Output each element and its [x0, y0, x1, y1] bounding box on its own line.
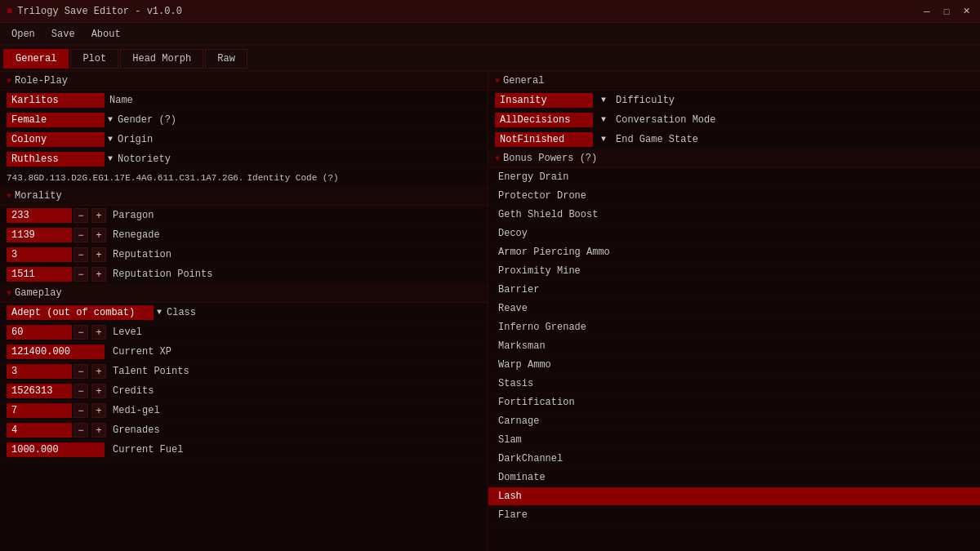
name-row: Karlitos Name [0, 91, 488, 110]
close-button[interactable]: ✕ [959, 4, 973, 19]
level-plus[interactable]: + [91, 325, 106, 340]
renegade-minus[interactable]: − [74, 228, 88, 242]
class-dropdown-icon[interactable]: ▼ [157, 308, 162, 317]
gameplay-label: Gameplay [15, 287, 62, 299]
reputation-plus[interactable]: + [91, 247, 106, 262]
menu-about[interactable]: About [83, 25, 129, 43]
medigel-value[interactable]: 7 [7, 403, 72, 418]
medigel-minus[interactable]: − [74, 403, 88, 418]
paragon-value[interactable]: 233 [7, 208, 72, 223]
credits-value[interactable]: 1526313 [7, 384, 72, 398]
bonus-warp-ammo[interactable]: Warp Ammo [488, 356, 980, 375]
minimize-button[interactable]: ─ [920, 4, 934, 19]
bonus-geth-shield[interactable]: Geth Shield Boost [488, 206, 980, 224]
endgame-value[interactable]: NotFinished [495, 132, 593, 147]
credits-minus[interactable]: − [74, 384, 88, 398]
grenades-value[interactable]: 4 [7, 423, 72, 438]
bonus-lash[interactable]: Lash [488, 487, 980, 506]
menu-save[interactable]: Save [43, 25, 83, 43]
gender-value[interactable]: Female [7, 113, 105, 127]
fuel-label: Current Fuel [113, 444, 183, 455]
conversation-value[interactable]: AllDecisions [495, 113, 593, 127]
notoriety-value[interactable]: Ruthless [7, 152, 105, 167]
renegade-value[interactable]: 1139 [7, 228, 72, 242]
rep-points-minus[interactable]: − [74, 267, 88, 282]
origin-dropdown-icon[interactable]: ▼ [108, 135, 113, 144]
name-value[interactable]: Karlitos [7, 93, 105, 108]
grenades-plus[interactable]: + [91, 423, 106, 438]
general-label: General [503, 75, 544, 87]
rep-points-value[interactable]: 1511 [7, 267, 72, 282]
tab-raw[interactable]: Raw [205, 49, 247, 69]
level-minus[interactable]: − [74, 325, 88, 340]
difficulty-value[interactable]: Insanity [495, 93, 593, 108]
bonus-carnage[interactable]: Carnage [488, 412, 980, 431]
rep-points-row: 1511 − + Reputation Points [0, 264, 488, 284]
conversation-dropdown-icon[interactable]: ▼ [601, 115, 606, 124]
reputation-minus[interactable]: − [74, 247, 88, 262]
medigel-plus[interactable]: + [91, 403, 106, 418]
tab-head-morph[interactable]: Head Morph [120, 49, 203, 69]
renegade-plus[interactable]: + [91, 228, 106, 242]
bonus-energy-drain[interactable]: Energy Drain [488, 168, 980, 187]
tab-general[interactable]: General [3, 49, 69, 69]
paragon-row: 233 − + Paragon [0, 206, 488, 225]
credits-plus[interactable]: + [91, 384, 106, 398]
xp-value[interactable]: 121400.000 [7, 344, 105, 359]
bonus-barrier[interactable]: Barrier [488, 281, 980, 300]
gender-dropdown-icon[interactable]: ▼ [108, 115, 113, 124]
bonus-protector-drone[interactable]: Protector Drone [488, 187, 980, 206]
identity-row: 743.8GD.113.D2G.EG1.17E.4AG.611.C31.1A7.… [0, 169, 488, 187]
bonus-darkchannel[interactable]: DarkChannel [488, 450, 980, 469]
notoriety-label: Notoriety [118, 153, 171, 165]
fuel-value[interactable]: 1000.000 [7, 442, 105, 457]
conversation-row: AllDecisions ▼ Conversation Mode [488, 110, 980, 130]
bonus-slam[interactable]: Slam [488, 431, 980, 450]
grenades-minus[interactable]: − [74, 423, 88, 438]
bonus-flare[interactable]: Flare [488, 506, 980, 525]
identity-label: Identity Code (?) [247, 173, 338, 183]
level-row: 60 − + Level [0, 322, 488, 342]
menu-open[interactable]: Open [3, 25, 43, 43]
bonus-fortification[interactable]: Fortification [488, 393, 980, 412]
tab-plot[interactable]: Plot [70, 49, 118, 69]
bonus-dominate[interactable]: Dominate [488, 469, 980, 487]
notoriety-dropdown-icon[interactable]: ▼ [108, 154, 113, 163]
endgame-row: NotFinished ▼ End Game State [488, 130, 980, 149]
class-row: Adept (out of combat) ▼ Class [0, 303, 488, 322]
bonus-marksman[interactable]: Marksman [488, 337, 980, 356]
renegade-label: Renegade [113, 229, 160, 241]
gameplay-section-header: ▼ Gameplay [0, 284, 488, 303]
maximize-button[interactable]: □ [939, 4, 954, 19]
bonus-proximity-mine[interactable]: Proximity Mine [488, 262, 980, 281]
talent-minus[interactable]: − [74, 364, 88, 379]
credits-row: 1526313 − + Credits [0, 381, 488, 401]
gender-label: Gender (?) [118, 114, 176, 126]
origin-value[interactable]: Colony [7, 132, 105, 147]
bonus-stasis[interactable]: Stasis [488, 375, 980, 393]
bonus-decoy[interactable]: Decoy [488, 224, 980, 243]
talent-value[interactable]: 3 [7, 364, 72, 379]
roleplay-arrow: ▼ [7, 77, 11, 86]
rep-points-plus[interactable]: + [91, 267, 106, 282]
talent-label: Talent Points [113, 366, 189, 377]
difficulty-dropdown-icon[interactable]: ▼ [601, 96, 606, 104]
conversation-label: Conversation Mode [616, 114, 715, 126]
bonus-inferno-grenade[interactable]: Inferno Grenade [488, 318, 980, 337]
morality-section-header: ▼ Morality [0, 187, 488, 206]
reputation-value[interactable]: 3 [7, 247, 72, 262]
class-value[interactable]: Adept (out of combat) [7, 305, 154, 320]
renegade-row: 1139 − + Renegade [0, 225, 488, 245]
class-label: Class [167, 307, 196, 318]
talent-plus[interactable]: + [91, 364, 106, 379]
level-value[interactable]: 60 [7, 325, 72, 340]
bonus-reave[interactable]: Reave [488, 300, 980, 318]
paragon-minus[interactable]: − [74, 208, 88, 223]
bonus-armor-piercing[interactable]: Armor Piercing Ammo [488, 243, 980, 262]
talent-row: 3 − + Talent Points [0, 362, 488, 381]
paragon-plus[interactable]: + [91, 208, 106, 223]
medigel-label: Medi-gel [113, 405, 160, 416]
endgame-dropdown-icon[interactable]: ▼ [601, 135, 606, 144]
app-title: Trilogy Save Editor - v1.0.0 [17, 6, 182, 17]
difficulty-label: Difficulty [616, 95, 675, 106]
